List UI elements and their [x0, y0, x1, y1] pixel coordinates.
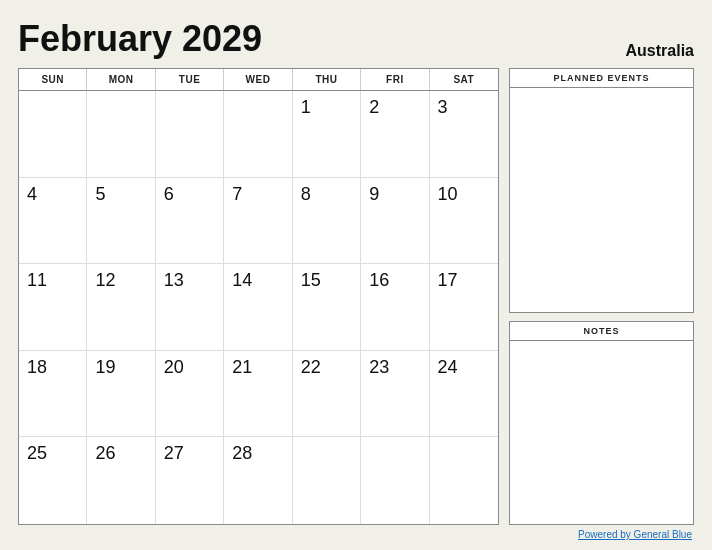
- day-name-thu: THU: [293, 69, 361, 90]
- calendar-day-7: 7: [224, 178, 292, 265]
- calendar-day-6: 6: [156, 178, 224, 265]
- day-number: 10: [438, 184, 458, 205]
- calendar-day-25: 25: [19, 437, 87, 524]
- day-number: 24: [438, 357, 458, 378]
- day-name-fri: FRI: [361, 69, 429, 90]
- calendar-day-15: 15: [293, 264, 361, 351]
- calendar-day-8: 8: [293, 178, 361, 265]
- day-number: 11: [27, 270, 47, 291]
- planned-events-content: [510, 88, 693, 312]
- day-name-tue: TUE: [156, 69, 224, 90]
- main-area: SUNMONTUEWEDTHUFRISAT 123456789101112131…: [18, 68, 694, 525]
- calendar-day-23: 23: [361, 351, 429, 438]
- calendar-day-17: 17: [430, 264, 498, 351]
- day-number: 18: [27, 357, 47, 378]
- day-number: 2: [369, 97, 379, 118]
- notes-box: NOTES: [509, 321, 694, 525]
- calendar-day-empty: [293, 437, 361, 524]
- day-number: 19: [95, 357, 115, 378]
- day-number: 23: [369, 357, 389, 378]
- calendar-day-27: 27: [156, 437, 224, 524]
- day-number: 6: [164, 184, 174, 205]
- calendar-day-21: 21: [224, 351, 292, 438]
- day-number: 15: [301, 270, 321, 291]
- day-name-sat: SAT: [430, 69, 498, 90]
- calendar-day-28: 28: [224, 437, 292, 524]
- day-number: 28: [232, 443, 252, 464]
- notes-title: NOTES: [510, 322, 693, 341]
- day-number: 8: [301, 184, 311, 205]
- calendar-day-14: 14: [224, 264, 292, 351]
- day-number: 12: [95, 270, 115, 291]
- calendar-day-11: 11: [19, 264, 87, 351]
- day-name-mon: MON: [87, 69, 155, 90]
- day-number: 26: [95, 443, 115, 464]
- day-number: 16: [369, 270, 389, 291]
- day-name-sun: SUN: [19, 69, 87, 90]
- calendar-day-16: 16: [361, 264, 429, 351]
- calendar-day-5: 5: [87, 178, 155, 265]
- calendar-day-empty: [156, 91, 224, 178]
- calendar-day-2: 2: [361, 91, 429, 178]
- page-header: February 2029 Australia: [18, 18, 694, 60]
- calendar-day-1: 1: [293, 91, 361, 178]
- calendar-day-24: 24: [430, 351, 498, 438]
- day-number: 1: [301, 97, 311, 118]
- calendar-day-headers: SUNMONTUEWEDTHUFRISAT: [19, 69, 498, 91]
- powered-by-footer: Powered by General Blue: [18, 529, 694, 540]
- calendar-day-20: 20: [156, 351, 224, 438]
- country-label: Australia: [626, 42, 694, 60]
- calendar-day-empty: [19, 91, 87, 178]
- calendar-day-9: 9: [361, 178, 429, 265]
- day-number: 13: [164, 270, 184, 291]
- calendar-day-12: 12: [87, 264, 155, 351]
- calendar-day-empty: [87, 91, 155, 178]
- calendar-day-26: 26: [87, 437, 155, 524]
- calendar-day-empty: [361, 437, 429, 524]
- month-year-title: February 2029: [18, 18, 262, 60]
- calendar-day-4: 4: [19, 178, 87, 265]
- calendar-grid: 1234567891011121314151617181920212223242…: [19, 91, 498, 524]
- day-number: 9: [369, 184, 379, 205]
- planned-events-title: PLANNED EVENTS: [510, 69, 693, 88]
- day-number: 17: [438, 270, 458, 291]
- powered-by-link[interactable]: Powered by General Blue: [578, 529, 692, 540]
- planned-events-box: PLANNED EVENTS: [509, 68, 694, 313]
- calendar-day-empty: [224, 91, 292, 178]
- calendar-day-13: 13: [156, 264, 224, 351]
- calendar-day-22: 22: [293, 351, 361, 438]
- calendar-day-18: 18: [19, 351, 87, 438]
- day-name-wed: WED: [224, 69, 292, 90]
- calendar-page: February 2029 Australia SUNMONTUEWEDTHUF…: [0, 0, 712, 550]
- day-number: 3: [438, 97, 448, 118]
- day-number: 21: [232, 357, 252, 378]
- calendar-grid-section: SUNMONTUEWEDTHUFRISAT 123456789101112131…: [18, 68, 499, 525]
- calendar-sidebar: PLANNED EVENTS NOTES: [509, 68, 694, 525]
- day-number: 5: [95, 184, 105, 205]
- calendar-day-empty: [430, 437, 498, 524]
- calendar-day-19: 19: [87, 351, 155, 438]
- day-number: 25: [27, 443, 47, 464]
- day-number: 27: [164, 443, 184, 464]
- notes-content: [510, 341, 693, 524]
- day-number: 20: [164, 357, 184, 378]
- day-number: 22: [301, 357, 321, 378]
- calendar-day-10: 10: [430, 178, 498, 265]
- day-number: 4: [27, 184, 37, 205]
- calendar-day-3: 3: [430, 91, 498, 178]
- day-number: 14: [232, 270, 252, 291]
- day-number: 7: [232, 184, 242, 205]
